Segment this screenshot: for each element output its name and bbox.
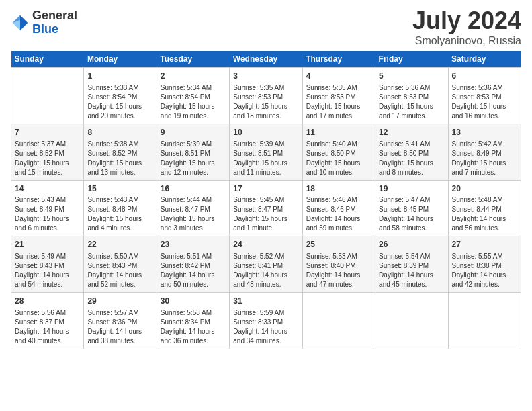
- cell-day-number: 27: [452, 239, 517, 250]
- subtitle: Smolyaninovo, Russia: [412, 35, 521, 47]
- cell-info: Sunrise: 5:41 AM Sunset: 8:50 PM Dayligh…: [379, 140, 444, 177]
- cell-info: Sunrise: 5:34 AM Sunset: 8:54 PM Dayligh…: [161, 83, 226, 121]
- cell-day-number: 19: [379, 183, 444, 195]
- calendar-cell: 8Sunrise: 5:38 AM Sunset: 8:52 PM Daylig…: [84, 124, 157, 180]
- calendar-cell: 22Sunrise: 5:50 AM Sunset: 8:43 PM Dayli…: [84, 236, 157, 293]
- logo-blue: Blue: [32, 23, 77, 36]
- page: General Blue July 2024 Smolyaninovo, Rus…: [0, 0, 532, 411]
- calendar-week-2: 7Sunrise: 5:37 AM Sunset: 8:52 PM Daylig…: [11, 124, 521, 180]
- cell-info: Sunrise: 5:43 AM Sunset: 8:49 PM Dayligh…: [15, 195, 80, 233]
- cell-info: Sunrise: 5:57 AM Sunset: 8:36 PM Dayligh…: [87, 308, 152, 346]
- calendar-table: SundayMondayTuesdayWednesdayThursdayFrid…: [11, 51, 521, 349]
- cell-info: Sunrise: 5:53 AM Sunset: 8:40 PM Dayligh…: [306, 252, 371, 289]
- cell-day-number: 3: [233, 71, 298, 82]
- cell-info: Sunrise: 5:48 AM Sunset: 8:44 PM Dayligh…: [452, 195, 517, 233]
- calendar-cell: 10Sunrise: 5:39 AM Sunset: 8:51 PM Dayli…: [230, 124, 302, 180]
- calendar-cell: 17Sunrise: 5:45 AM Sunset: 8:47 PM Dayli…: [230, 180, 302, 236]
- calendar-cell: 16Sunrise: 5:44 AM Sunset: 8:47 PM Dayli…: [157, 180, 229, 236]
- calendar-cell: 12Sunrise: 5:41 AM Sunset: 8:50 PM Dayli…: [375, 124, 448, 180]
- header-cell-wednesday: Wednesday: [230, 51, 302, 68]
- cell-day-number: 26: [379, 239, 444, 250]
- calendar-cell: 29Sunrise: 5:57 AM Sunset: 8:36 PM Dayli…: [84, 293, 157, 349]
- calendar-cell: 9Sunrise: 5:39 AM Sunset: 8:51 PM Daylig…: [157, 124, 229, 180]
- calendar-cell: 5Sunrise: 5:36 AM Sunset: 8:53 PM Daylig…: [375, 68, 448, 124]
- svg-marker-0: [20, 15, 28, 30]
- cell-day-number: 5: [379, 71, 444, 82]
- header: General Blue July 2024 Smolyaninovo, Rus…: [11, 7, 521, 47]
- header-cell-tuesday: Tuesday: [157, 51, 229, 68]
- cell-info: Sunrise: 5:49 AM Sunset: 8:43 PM Dayligh…: [15, 252, 80, 289]
- cell-info: Sunrise: 5:39 AM Sunset: 8:51 PM Dayligh…: [233, 140, 298, 177]
- cell-day-number: 29: [87, 295, 152, 307]
- cell-info: Sunrise: 5:45 AM Sunset: 8:47 PM Dayligh…: [233, 195, 298, 233]
- calendar-week-3: 14Sunrise: 5:43 AM Sunset: 8:49 PM Dayli…: [11, 180, 521, 236]
- calendar-week-5: 28Sunrise: 5:56 AM Sunset: 8:37 PM Dayli…: [11, 293, 521, 349]
- logo-icon: [11, 13, 30, 32]
- calendar-cell: 14Sunrise: 5:43 AM Sunset: 8:49 PM Dayli…: [11, 180, 84, 236]
- calendar-cell: 30Sunrise: 5:58 AM Sunset: 8:34 PM Dayli…: [157, 293, 229, 349]
- header-cell-saturday: Saturday: [448, 51, 521, 68]
- cell-info: Sunrise: 5:47 AM Sunset: 8:45 PM Dayligh…: [379, 195, 444, 233]
- cell-info: Sunrise: 5:44 AM Sunset: 8:47 PM Dayligh…: [161, 195, 226, 233]
- calendar-cell: [375, 293, 448, 349]
- cell-info: Sunrise: 5:40 AM Sunset: 8:50 PM Dayligh…: [306, 140, 371, 177]
- cell-day-number: 21: [15, 239, 80, 250]
- calendar-cell: 21Sunrise: 5:49 AM Sunset: 8:43 PM Dayli…: [11, 236, 84, 293]
- cell-day-number: 13: [452, 127, 517, 138]
- cell-day-number: 11: [306, 127, 371, 138]
- cell-day-number: 25: [306, 239, 371, 250]
- calendar-cell: 25Sunrise: 5:53 AM Sunset: 8:40 PM Dayli…: [302, 236, 375, 293]
- cell-info: Sunrise: 5:58 AM Sunset: 8:34 PM Dayligh…: [161, 308, 226, 346]
- cell-info: Sunrise: 5:33 AM Sunset: 8:54 PM Dayligh…: [87, 83, 152, 121]
- cell-info: Sunrise: 5:51 AM Sunset: 8:42 PM Dayligh…: [161, 252, 226, 289]
- calendar-cell: [11, 68, 84, 124]
- calendar-cell: 13Sunrise: 5:42 AM Sunset: 8:49 PM Dayli…: [448, 124, 521, 180]
- calendar-cell: 6Sunrise: 5:36 AM Sunset: 8:53 PM Daylig…: [448, 68, 521, 124]
- cell-info: Sunrise: 5:42 AM Sunset: 8:49 PM Dayligh…: [452, 140, 517, 177]
- calendar-cell: 1Sunrise: 5:33 AM Sunset: 8:54 PM Daylig…: [84, 68, 157, 124]
- cell-info: Sunrise: 5:35 AM Sunset: 8:53 PM Dayligh…: [233, 83, 298, 121]
- logo-general: General: [32, 9, 77, 23]
- cell-day-number: 8: [87, 127, 152, 138]
- calendar-cell: 2Sunrise: 5:34 AM Sunset: 8:54 PM Daylig…: [157, 68, 229, 124]
- cell-day-number: 2: [161, 71, 226, 82]
- main-title: July 2024: [412, 7, 521, 35]
- cell-info: Sunrise: 5:35 AM Sunset: 8:53 PM Dayligh…: [306, 83, 371, 121]
- calendar-cell: 24Sunrise: 5:52 AM Sunset: 8:41 PM Dayli…: [230, 236, 302, 293]
- calendar-cell: 15Sunrise: 5:43 AM Sunset: 8:48 PM Dayli…: [84, 180, 157, 236]
- calendar-cell: 3Sunrise: 5:35 AM Sunset: 8:53 PM Daylig…: [230, 68, 302, 124]
- cell-day-number: 30: [161, 295, 226, 307]
- cell-day-number: 31: [233, 295, 298, 307]
- cell-info: Sunrise: 5:50 AM Sunset: 8:43 PM Dayligh…: [87, 252, 152, 289]
- calendar-week-4: 21Sunrise: 5:49 AM Sunset: 8:43 PM Dayli…: [11, 236, 521, 293]
- calendar-cell: 27Sunrise: 5:55 AM Sunset: 8:38 PM Dayli…: [448, 236, 521, 293]
- cell-day-number: 12: [379, 127, 444, 138]
- calendar-cell: 18Sunrise: 5:46 AM Sunset: 8:46 PM Dayli…: [302, 180, 375, 236]
- cell-info: Sunrise: 5:38 AM Sunset: 8:52 PM Dayligh…: [87, 140, 152, 177]
- cell-info: Sunrise: 5:56 AM Sunset: 8:37 PM Dayligh…: [15, 308, 80, 346]
- cell-info: Sunrise: 5:55 AM Sunset: 8:38 PM Dayligh…: [452, 252, 517, 289]
- calendar-cell: [448, 293, 521, 349]
- cell-day-number: 1: [87, 71, 152, 82]
- cell-day-number: 20: [452, 183, 517, 195]
- cell-info: Sunrise: 5:52 AM Sunset: 8:41 PM Dayligh…: [233, 252, 298, 289]
- cell-day-number: 4: [306, 71, 371, 82]
- cell-info: Sunrise: 5:54 AM Sunset: 8:39 PM Dayligh…: [379, 252, 444, 289]
- cell-info: Sunrise: 5:39 AM Sunset: 8:51 PM Dayligh…: [161, 140, 226, 177]
- calendar-cell: 31Sunrise: 5:59 AM Sunset: 8:33 PM Dayli…: [230, 293, 302, 349]
- cell-info: Sunrise: 5:59 AM Sunset: 8:33 PM Dayligh…: [233, 308, 298, 346]
- calendar-cell: 26Sunrise: 5:54 AM Sunset: 8:39 PM Dayli…: [375, 236, 448, 293]
- cell-day-number: 7: [15, 127, 80, 138]
- cell-day-number: 22: [87, 239, 152, 250]
- header-cell-thursday: Thursday: [302, 51, 375, 68]
- cell-day-number: 6: [452, 71, 517, 82]
- calendar-cell: 11Sunrise: 5:40 AM Sunset: 8:50 PM Dayli…: [302, 124, 375, 180]
- header-cell-friday: Friday: [375, 51, 448, 68]
- calendar-cell: 20Sunrise: 5:48 AM Sunset: 8:44 PM Dayli…: [448, 180, 521, 236]
- cell-day-number: 14: [15, 183, 80, 195]
- calendar-week-1: 1Sunrise: 5:33 AM Sunset: 8:54 PM Daylig…: [11, 68, 521, 124]
- cell-day-number: 9: [161, 127, 226, 138]
- cell-day-number: 16: [161, 183, 226, 195]
- cell-day-number: 17: [233, 183, 298, 195]
- cell-info: Sunrise: 5:36 AM Sunset: 8:53 PM Dayligh…: [452, 83, 517, 121]
